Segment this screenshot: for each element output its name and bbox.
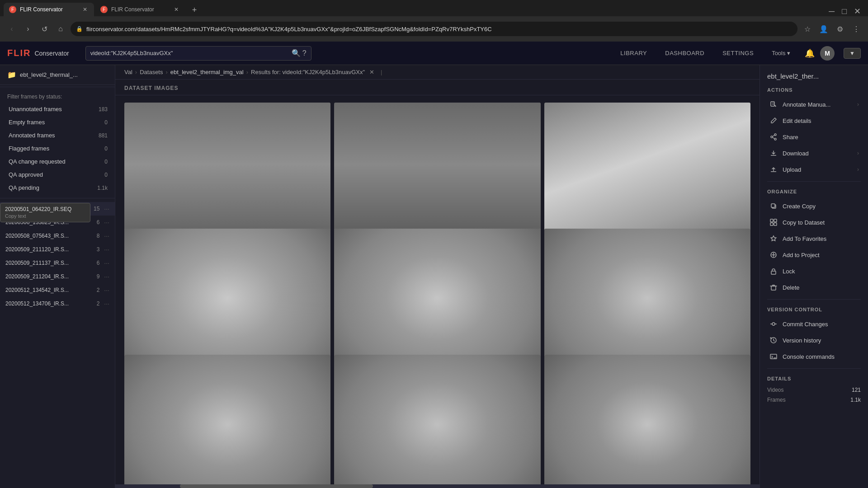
action-add-to-project[interactable]: Add to Project (767, 247, 861, 263)
add-to-project-icon (769, 250, 778, 259)
tooltip-popup: 20200501_064220_IR.SEQ Copy text (0, 203, 90, 222)
filter-qa-pending[interactable]: QA pending 1.1k (0, 181, 115, 194)
tab-1[interactable]: F FLIR Conservator ✕ (4, 3, 94, 16)
video-item-7[interactable]: 20200512_134706_IR.S... 2 ··· (0, 297, 115, 310)
forward-button[interactable]: › (22, 23, 34, 35)
search-icon[interactable]: 🔍 (292, 49, 301, 57)
video-item-4[interactable]: 20200509_211137_IR.S... 6 ··· (0, 256, 115, 270)
share-icon (769, 132, 778, 141)
video-item-3[interactable]: 20200509_211120_IR.S... 3 ··· (0, 243, 115, 256)
refresh-button[interactable]: ↺ (38, 23, 51, 35)
tooltip-copy-label[interactable]: Copy text (5, 213, 26, 219)
nav-library[interactable]: LIBRARY (617, 48, 651, 58)
image-card-8[interactable]: #9 ⛶ 2 ♥ 0 ··· (544, 355, 750, 484)
filter-qa-change[interactable]: QA change requested 0 (0, 155, 115, 168)
action-delete[interactable]: Delete (767, 279, 861, 296)
notification-icon[interactable]: 🔔 (805, 48, 815, 58)
breadcrumb-search: Results for: videoId:"KJ2K4p5Lb3nuavGXx"… (251, 69, 374, 75)
action-console-commands[interactable]: Console commands (767, 348, 861, 365)
address-bar[interactable]: 🔒 flirconservator.com/datasets/HmRMc2sfm… (71, 22, 797, 36)
right-panel: ebt_level2_ther... Actions Annotate Manu… (760, 65, 868, 488)
tab-close-2[interactable]: ✕ (173, 6, 180, 13)
action-create-copy[interactable]: Create Copy (767, 198, 861, 214)
maximize-button[interactable]: □ (842, 7, 847, 16)
video-count-5: 9 (97, 273, 100, 280)
bookmark-button[interactable]: ☆ (801, 23, 814, 35)
filter-annotated[interactable]: Annotated frames 881 (0, 129, 115, 142)
svg-line-6 (773, 135, 774, 136)
new-tab-button[interactable]: + (188, 4, 201, 16)
video-item-6[interactable]: 20200512_134542_IR.S... 2 ··· (0, 283, 115, 297)
edit-label: Edit details (783, 117, 859, 124)
action-lock[interactable]: Lock (767, 263, 861, 279)
image-inner-7 (334, 355, 540, 484)
browser-menu-button[interactable]: ⋮ (850, 23, 863, 35)
home-button[interactable]: ⌂ (54, 23, 67, 35)
breadcrumb-val[interactable]: Val (124, 69, 132, 75)
commit-changes-label: Commit Changes (783, 321, 859, 328)
add-to-project-label: Add to Project (783, 252, 859, 258)
version-control-section-title: Version control (767, 307, 861, 312)
action-download[interactable]: Download › (767, 145, 861, 161)
annotate-icon (769, 100, 778, 109)
breadcrumb-search-label: Results for: videoId:"KJ2K4p5Lb3nuavGXx" (251, 69, 365, 75)
video-list: 20200501_064220_IR.S... 15 ··· 20200506_… (0, 202, 115, 488)
action-copy-to-dataset[interactable]: Copy to Dataset (767, 214, 861, 230)
video-more-7[interactable]: ··· (104, 300, 109, 307)
user-menu-button[interactable]: ▼ (844, 48, 861, 59)
filter-qa-approved[interactable]: QA approved 0 (0, 168, 115, 181)
minimize-button[interactable]: ─ (829, 7, 835, 16)
tab-close-1[interactable]: ✕ (81, 6, 89, 13)
header-search[interactable]: 🔍 ? (85, 46, 311, 61)
video-more-1[interactable]: ··· (104, 219, 109, 226)
action-add-to-favorites[interactable]: Add To Favorites (767, 230, 861, 247)
console-icon (769, 352, 778, 361)
delete-label: Delete (783, 284, 859, 291)
video-more-4[interactable]: ··· (104, 259, 109, 267)
help-icon[interactable]: ? (302, 49, 307, 57)
back-button[interactable]: ‹ (5, 23, 18, 35)
video-more-5[interactable]: ··· (104, 273, 109, 280)
video-item-2[interactable]: 20200508_075643_IR.S... 8 ··· (0, 229, 115, 243)
search-input[interactable] (90, 50, 292, 56)
tab-2[interactable]: F FLIR Conservator ✕ (95, 3, 185, 16)
image-card-7[interactable]: #8 ⛶ 2 ♥ 0 ··· (334, 355, 540, 484)
breadcrumb-datasets[interactable]: Datasets (140, 69, 163, 75)
avatar[interactable]: M (820, 46, 835, 61)
video-count-3: 3 (97, 246, 100, 253)
action-version-history[interactable]: Version history (767, 332, 861, 348)
svg-rect-18 (771, 286, 776, 290)
nav-settings[interactable]: SETTINGS (719, 48, 757, 58)
video-item-5[interactable]: 20200509_211204_IR.S... 9 ··· (0, 270, 115, 283)
upload-arrow: › (857, 166, 859, 173)
nav-dashboard[interactable]: DASHBOARD (661, 48, 708, 58)
video-more-0[interactable]: ··· (104, 205, 109, 212)
video-more-2[interactable]: ··· (104, 232, 109, 239)
close-window-button[interactable]: ✕ (854, 6, 861, 16)
details-videos-val: 121 (852, 387, 861, 393)
video-more-6[interactable]: ··· (104, 286, 109, 294)
filter-unannotated[interactable]: Unannotated frames 183 (0, 103, 115, 116)
version-history-label: Version history (783, 337, 859, 344)
scroll-thumb[interactable] (180, 484, 373, 488)
extensions-button[interactable]: ⚙ (834, 23, 846, 35)
action-share[interactable]: Share (767, 129, 861, 145)
video-more-3[interactable]: ··· (104, 246, 109, 253)
action-commit-changes[interactable]: Commit Changes (767, 316, 861, 332)
breadcrumb-close-button[interactable]: ✕ (369, 69, 374, 75)
profile-button[interactable]: 👤 (817, 23, 830, 35)
tools-button[interactable]: Tools ▾ (772, 50, 790, 56)
version-history-icon (769, 336, 778, 345)
filter-empty-count: 0 (104, 119, 108, 126)
svg-point-4 (774, 138, 776, 140)
filter-flagged[interactable]: Flagged frames 0 (0, 142, 115, 155)
action-upload[interactable]: Upload › (767, 161, 861, 178)
action-edit-details[interactable]: Edit details (767, 113, 861, 129)
horizontal-scrollbar[interactable] (115, 484, 760, 488)
filter-qa-approved-label: QA approved (9, 171, 43, 178)
filter-empty[interactable]: Empty frames 0 (0, 116, 115, 129)
action-annotate[interactable]: Annotate Manua... › (767, 96, 861, 113)
svg-line-7 (773, 137, 774, 139)
tooltip-filename: 20200501_064220_IR.SEQ (5, 206, 85, 212)
image-card-6[interactable]: #7 ⛶ 2 ♥ 1 ··· (124, 355, 330, 484)
